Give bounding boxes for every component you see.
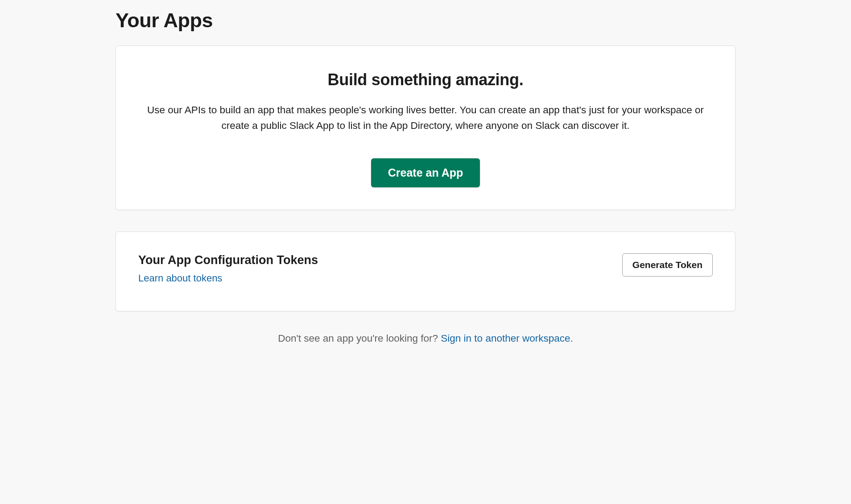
learn-about-tokens-link[interactable]: Learn about tokens (138, 273, 318, 284)
footer-prompt: Don't see an app you're looking for? Sig… (116, 333, 735, 344)
generate-token-button[interactable]: Generate Token (622, 253, 713, 277)
tokens-title: Your App Configuration Tokens (138, 253, 318, 267)
footer-period: . (570, 333, 573, 344)
footer-prompt-text: Don't see an app you're looking for? (278, 333, 441, 344)
tokens-info: Your App Configuration Tokens Learn abou… (138, 253, 318, 284)
hero-title: Build something amazing. (137, 70, 714, 89)
create-app-button[interactable]: Create an App (371, 158, 480, 187)
signin-workspace-link[interactable]: Sign in to another workspace (441, 333, 570, 344)
hero-card: Build something amazing. Use our APIs to… (116, 45, 735, 210)
hero-description: Use our APIs to build an app that makes … (140, 103, 711, 134)
tokens-card: Your App Configuration Tokens Learn abou… (116, 231, 735, 311)
page-title: Your Apps (116, 9, 735, 32)
